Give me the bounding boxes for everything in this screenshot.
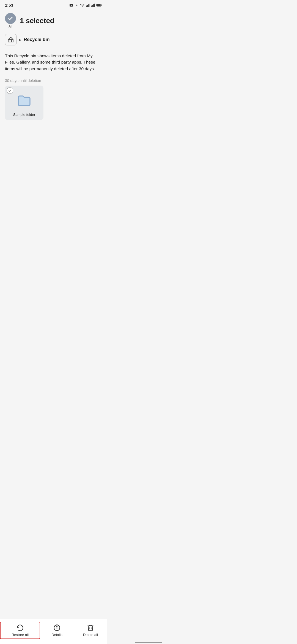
nfc-icon	[75, 3, 79, 7]
file-grid: Sample folder	[0, 84, 107, 125]
folder-icon-wrap	[16, 93, 32, 109]
description-text: This Recycle bin shows items deleted fro…	[5, 53, 102, 72]
svg-rect-5	[88, 4, 89, 7]
breadcrumb-title: Recycle bin	[24, 37, 50, 42]
breadcrumb-row: ▶ Recycle bin	[0, 31, 107, 48]
battery-icon	[96, 4, 102, 7]
item-check-icon	[8, 89, 12, 92]
all-check-circle[interactable]	[5, 13, 16, 24]
check-icon	[7, 15, 13, 21]
description-section: This Recycle bin shows items deleted fro…	[0, 48, 107, 75]
svg-rect-6	[89, 4, 90, 7]
home-icon	[7, 36, 14, 43]
breadcrumb-arrow: ▶	[19, 38, 21, 42]
wifi-icon	[80, 3, 84, 7]
all-check-container[interactable]: All	[5, 13, 16, 28]
svg-rect-7	[91, 6, 92, 7]
status-icons	[69, 3, 102, 7]
svg-rect-4	[87, 5, 88, 7]
svg-rect-3	[86, 6, 87, 7]
status-time: 1:53	[5, 3, 13, 7]
file-name: Sample folder	[13, 113, 35, 118]
folder-icon	[16, 93, 32, 108]
main-content: 1:53	[0, 0, 107, 150]
svg-rect-12	[97, 4, 101, 6]
signal1-icon	[86, 3, 90, 7]
svg-rect-10	[94, 4, 95, 7]
photo-status-icon	[69, 3, 73, 7]
status-bar: 1:53	[0, 0, 107, 9]
signal2-icon	[91, 3, 95, 7]
svg-point-2	[82, 6, 82, 7]
svg-rect-8	[92, 5, 93, 7]
file-item[interactable]: Sample folder	[5, 86, 43, 120]
all-label: All	[9, 24, 12, 28]
svg-rect-9	[93, 4, 94, 7]
svg-point-1	[71, 5, 72, 6]
file-item-checkbox[interactable]	[7, 87, 13, 94]
home-icon-box[interactable]	[5, 34, 16, 45]
header-section: All 1 selected	[0, 9, 107, 31]
svg-rect-13	[8, 40, 13, 42]
days-label: 30 days until deletion	[0, 75, 107, 84]
selected-title: 1 selected	[20, 17, 54, 25]
